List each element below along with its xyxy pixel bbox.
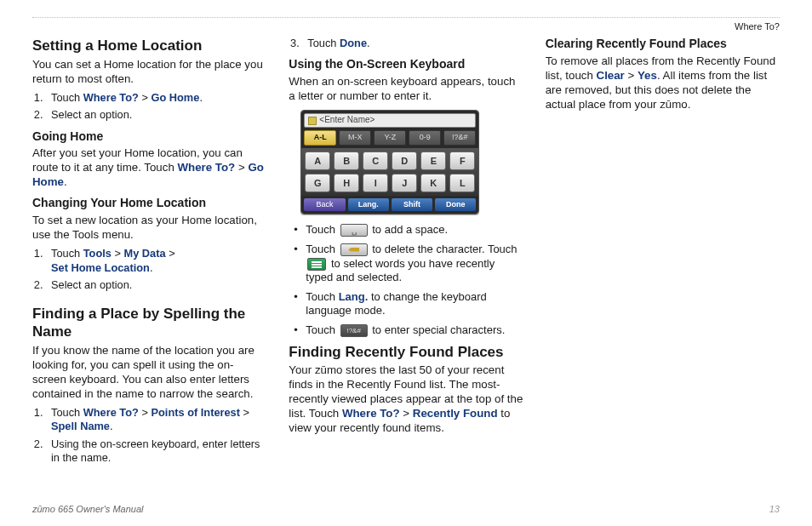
step-touch-done: Touch Done. [302, 37, 523, 50]
kb-key: J [392, 174, 417, 192]
kb-input-field: <Enter Name> [304, 113, 476, 128]
on-screen-keyboard: <Enter Name> A-L M-X Y-Z 0-9 !?&# A B C … [300, 110, 479, 214]
para-set-home: You can set a Home location for the plac… [32, 57, 266, 86]
heading-going-home: Going Home [32, 129, 266, 145]
heading-osk: Using the On-Screen Keyboard [289, 57, 523, 72]
step-tools-mydata: Touch Tools > My Data >Set Home Location… [46, 247, 266, 275]
link-where-to-2: Where To? [178, 161, 236, 174]
kb-lang-button: Lang. [348, 198, 389, 212]
kb-key: C [363, 152, 388, 170]
symbols-key-icon: !?&# [340, 324, 368, 337]
link-recently-found: Recently Found [413, 407, 498, 420]
heading-spell-name: Finding a Place by Spelling the Name [32, 305, 266, 342]
link-my-data: My Data [124, 247, 166, 260]
space-key-icon [340, 224, 368, 237]
footer-manual-title: zūmo 665 Owner's Manual [32, 504, 144, 514]
kb-tab-mx: M-X [339, 130, 371, 146]
kb-key: F [449, 152, 475, 170]
bullet-space: Touch to add a space. [294, 223, 523, 237]
kb-cursor-icon [308, 117, 317, 125]
link-where-to: Where To? [83, 91, 139, 104]
link-yes: Yes [638, 69, 657, 82]
content-columns: Setting a Home Location You can set a Ho… [32, 37, 780, 471]
kb-tab-yz: Y-Z [374, 130, 406, 146]
bullet-delete: Touch to delete the character. Touch to … [294, 243, 523, 285]
kb-key: E [420, 152, 446, 170]
kb-key: I [363, 174, 388, 192]
bullet-lang: Touch Lang. to change the keyboard langu… [294, 290, 523, 318]
para-going-home: After you set your Home location, you ca… [32, 146, 266, 189]
bullet-sym: Touch !?&# to enter special characters. [294, 323, 523, 338]
kb-key: G [305, 174, 330, 192]
kb-key: K [420, 174, 446, 192]
kb-back-button: Back [304, 198, 345, 212]
para-osk: When an on-screen keyboard appears, touc… [289, 74, 523, 103]
link-clear: Clear [597, 69, 625, 82]
step-poi-spell: Touch Where To? > Points of Interest > S… [46, 406, 266, 434]
link-tools: Tools [83, 247, 112, 260]
footer-page-number: 13 [769, 504, 780, 514]
kb-key: H [334, 174, 359, 192]
heading-changing-home: Changing Your Home Location [32, 196, 266, 211]
link-spell-name: Spell Name [51, 420, 110, 432]
step-enter-letters: Using the on-screen keyboard, enter lett… [46, 437, 266, 466]
backspace-key-icon [340, 243, 368, 256]
step-select-option-2: Select an option. [46, 278, 266, 292]
kb-key: D [392, 152, 417, 170]
kb-tab-sym: !?&# [443, 130, 476, 146]
para-spell-name: If you know the name of the location you… [32, 343, 266, 401]
heading-set-home: Setting a Home Location [32, 37, 266, 55]
kb-tab-09: 0-9 [409, 130, 441, 146]
kb-key: A [305, 152, 330, 170]
kb-shift-button: Shift [392, 198, 432, 212]
link-poi: Points of Interest [151, 406, 240, 419]
page-section-header: Where To? [32, 21, 780, 31]
link-set-home-location: Set Home Location [51, 261, 150, 274]
recent-words-icon [307, 258, 326, 271]
link-lang: Lang. [339, 290, 369, 303]
kb-key: L [449, 174, 475, 192]
kb-key: B [334, 152, 359, 170]
para-changing-home: To set a new location as your Home locat… [32, 213, 266, 242]
step-touch-where-to-go-home: Touch Where To? > Go Home. [46, 91, 266, 105]
link-done: Done [340, 37, 367, 49]
step-select-option: Select an option. [46, 108, 266, 122]
link-where-to-4: Where To? [342, 407, 400, 420]
kb-done-button: Done [435, 198, 476, 212]
link-go-home: Go Home [151, 91, 199, 104]
heading-clear-recent: Clearing Recently Found Places [546, 37, 780, 52]
heading-recently-found: Finding Recently Found Places [289, 343, 523, 362]
kb-tab-al: A-L [304, 130, 336, 146]
link-where-to-3: Where To? [83, 406, 139, 419]
para-recently-found: Your zūmo stores the last 50 of your rec… [289, 363, 523, 435]
para-clear-recent: To remove all places from the Recently F… [546, 54, 780, 111]
